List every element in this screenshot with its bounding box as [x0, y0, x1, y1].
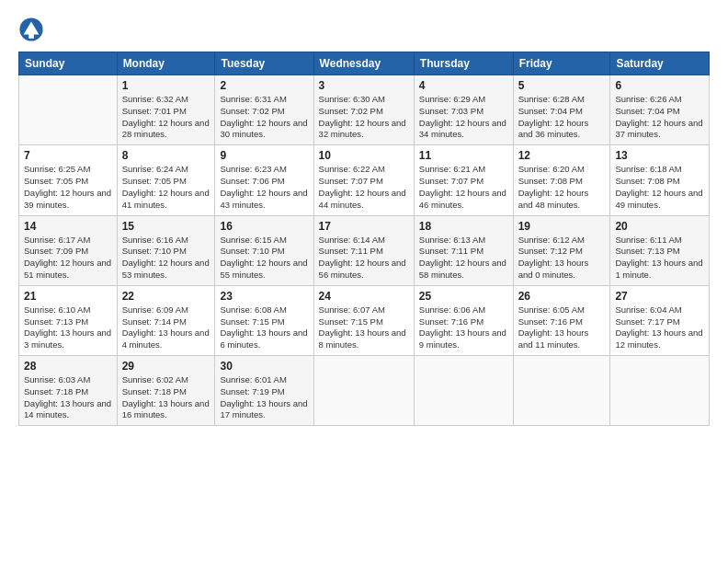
calendar-cell: 12Sunrise: 6:20 AM Sunset: 7:08 PM Dayli…	[513, 145, 610, 215]
day-info: Sunrise: 6:03 AM Sunset: 7:18 PM Dayligh…	[24, 374, 112, 421]
day-number: 20	[615, 220, 704, 233]
calendar-cell: 10Sunrise: 6:22 AM Sunset: 7:07 PM Dayli…	[313, 145, 414, 215]
day-number: 17	[319, 220, 409, 233]
svg-rect-2	[28, 32, 34, 39]
day-info: Sunrise: 6:05 AM Sunset: 7:16 PM Dayligh…	[518, 304, 606, 351]
calendar-cell	[610, 356, 710, 426]
day-number: 30	[220, 360, 308, 373]
day-number: 5	[518, 79, 606, 92]
col-sunday: Sunday	[19, 52, 118, 75]
col-wednesday: Wednesday	[313, 52, 414, 75]
day-info: Sunrise: 6:09 AM Sunset: 7:14 PM Dayligh…	[122, 304, 210, 351]
calendar-cell: 17Sunrise: 6:14 AM Sunset: 7:11 PM Dayli…	[313, 215, 414, 285]
day-number: 19	[518, 220, 606, 233]
calendar-cell: 19Sunrise: 6:12 AM Sunset: 7:12 PM Dayli…	[513, 215, 610, 285]
calendar-cell: 3Sunrise: 6:30 AM Sunset: 7:02 PM Daylig…	[313, 75, 414, 145]
calendar-header: Sunday Monday Tuesday Wednesday Thursday…	[19, 52, 710, 75]
day-info: Sunrise: 6:32 AM Sunset: 7:01 PM Dayligh…	[122, 94, 210, 141]
logo	[18, 17, 48, 42]
col-saturday: Saturday	[610, 52, 710, 75]
day-info: Sunrise: 6:14 AM Sunset: 7:11 PM Dayligh…	[319, 235, 409, 282]
header	[18, 17, 710, 42]
calendar-cell: 15Sunrise: 6:16 AM Sunset: 7:10 PM Dayli…	[117, 215, 215, 285]
calendar-cell: 1Sunrise: 6:32 AM Sunset: 7:01 PM Daylig…	[117, 75, 215, 145]
header-row: Sunday Monday Tuesday Wednesday Thursday…	[19, 52, 710, 75]
day-info: Sunrise: 6:02 AM Sunset: 7:18 PM Dayligh…	[122, 374, 210, 421]
col-tuesday: Tuesday	[215, 52, 313, 75]
day-number: 12	[518, 149, 606, 162]
col-thursday: Thursday	[414, 52, 513, 75]
day-info: Sunrise: 6:11 AM Sunset: 7:13 PM Dayligh…	[615, 235, 704, 282]
calendar-cell: 21Sunrise: 6:10 AM Sunset: 7:13 PM Dayli…	[19, 285, 118, 355]
calendar-cell: 7Sunrise: 6:25 AM Sunset: 7:05 PM Daylig…	[19, 145, 118, 215]
day-number: 29	[122, 360, 210, 373]
day-info: Sunrise: 6:28 AM Sunset: 7:04 PM Dayligh…	[518, 94, 606, 141]
day-number: 14	[24, 220, 112, 233]
day-number: 23	[220, 290, 308, 303]
calendar-cell: 5Sunrise: 6:28 AM Sunset: 7:04 PM Daylig…	[513, 75, 610, 145]
day-info: Sunrise: 6:22 AM Sunset: 7:07 PM Dayligh…	[319, 164, 409, 211]
calendar-body: 1Sunrise: 6:32 AM Sunset: 7:01 PM Daylig…	[19, 75, 710, 426]
calendar-cell: 4Sunrise: 6:29 AM Sunset: 7:03 PM Daylig…	[414, 75, 513, 145]
col-friday: Friday	[513, 52, 610, 75]
calendar-cell: 20Sunrise: 6:11 AM Sunset: 7:13 PM Dayli…	[610, 215, 710, 285]
calendar-cell: 8Sunrise: 6:24 AM Sunset: 7:05 PM Daylig…	[117, 145, 215, 215]
day-number: 9	[220, 149, 308, 162]
day-info: Sunrise: 6:07 AM Sunset: 7:15 PM Dayligh…	[319, 304, 409, 351]
page: Sunday Monday Tuesday Wednesday Thursday…	[0, 0, 728, 435]
day-info: Sunrise: 6:18 AM Sunset: 7:08 PM Dayligh…	[615, 164, 704, 211]
calendar-cell: 11Sunrise: 6:21 AM Sunset: 7:07 PM Dayli…	[414, 145, 513, 215]
day-info: Sunrise: 6:20 AM Sunset: 7:08 PM Dayligh…	[518, 164, 606, 211]
day-number: 21	[24, 290, 112, 303]
day-info: Sunrise: 6:04 AM Sunset: 7:17 PM Dayligh…	[615, 304, 704, 351]
day-info: Sunrise: 6:12 AM Sunset: 7:12 PM Dayligh…	[518, 235, 606, 282]
calendar-cell: 6Sunrise: 6:26 AM Sunset: 7:04 PM Daylig…	[610, 75, 710, 145]
day-number: 10	[319, 149, 409, 162]
day-info: Sunrise: 6:01 AM Sunset: 7:19 PM Dayligh…	[220, 374, 308, 421]
calendar-cell: 23Sunrise: 6:08 AM Sunset: 7:15 PM Dayli…	[215, 285, 313, 355]
calendar-cell: 27Sunrise: 6:04 AM Sunset: 7:17 PM Dayli…	[610, 285, 710, 355]
day-info: Sunrise: 6:23 AM Sunset: 7:06 PM Dayligh…	[220, 164, 308, 211]
logo-icon	[18, 17, 44, 42]
calendar-cell: 28Sunrise: 6:03 AM Sunset: 7:18 PM Dayli…	[19, 356, 118, 426]
day-info: Sunrise: 6:31 AM Sunset: 7:02 PM Dayligh…	[220, 94, 308, 141]
day-info: Sunrise: 6:06 AM Sunset: 7:16 PM Dayligh…	[419, 304, 508, 351]
day-info: Sunrise: 6:24 AM Sunset: 7:05 PM Dayligh…	[122, 164, 210, 211]
day-info: Sunrise: 6:13 AM Sunset: 7:11 PM Dayligh…	[419, 235, 508, 282]
calendar-week-0: 1Sunrise: 6:32 AM Sunset: 7:01 PM Daylig…	[19, 75, 710, 145]
day-info: Sunrise: 6:15 AM Sunset: 7:10 PM Dayligh…	[220, 235, 308, 282]
calendar-cell: 25Sunrise: 6:06 AM Sunset: 7:16 PM Dayli…	[414, 285, 513, 355]
day-number: 8	[122, 149, 210, 162]
calendar-cell	[19, 75, 118, 145]
calendar-cell	[513, 356, 610, 426]
day-number: 25	[419, 290, 508, 303]
day-number: 27	[615, 290, 704, 303]
calendar-cell: 22Sunrise: 6:09 AM Sunset: 7:14 PM Dayli…	[117, 285, 215, 355]
day-info: Sunrise: 6:08 AM Sunset: 7:15 PM Dayligh…	[220, 304, 308, 351]
day-info: Sunrise: 6:29 AM Sunset: 7:03 PM Dayligh…	[419, 94, 508, 141]
calendar-week-1: 7Sunrise: 6:25 AM Sunset: 7:05 PM Daylig…	[19, 145, 710, 215]
day-number: 18	[419, 220, 508, 233]
day-number: 7	[24, 149, 112, 162]
day-info: Sunrise: 6:21 AM Sunset: 7:07 PM Dayligh…	[419, 164, 508, 211]
day-info: Sunrise: 6:30 AM Sunset: 7:02 PM Dayligh…	[319, 94, 409, 141]
calendar-cell: 2Sunrise: 6:31 AM Sunset: 7:02 PM Daylig…	[215, 75, 313, 145]
calendar-cell: 14Sunrise: 6:17 AM Sunset: 7:09 PM Dayli…	[19, 215, 118, 285]
day-number: 22	[122, 290, 210, 303]
day-number: 16	[220, 220, 308, 233]
day-number: 4	[419, 79, 508, 92]
day-number: 15	[122, 220, 210, 233]
day-number: 3	[319, 79, 409, 92]
calendar-cell: 24Sunrise: 6:07 AM Sunset: 7:15 PM Dayli…	[313, 285, 414, 355]
calendar-cell: 18Sunrise: 6:13 AM Sunset: 7:11 PM Dayli…	[414, 215, 513, 285]
day-info: Sunrise: 6:25 AM Sunset: 7:05 PM Dayligh…	[24, 164, 112, 211]
day-number: 26	[518, 290, 606, 303]
day-info: Sunrise: 6:16 AM Sunset: 7:10 PM Dayligh…	[122, 235, 210, 282]
calendar-cell: 9Sunrise: 6:23 AM Sunset: 7:06 PM Daylig…	[215, 145, 313, 215]
day-number: 6	[615, 79, 704, 92]
calendar-week-4: 28Sunrise: 6:03 AM Sunset: 7:18 PM Dayli…	[19, 356, 710, 426]
calendar-cell	[313, 356, 414, 426]
day-number: 24	[319, 290, 409, 303]
day-number: 28	[24, 360, 112, 373]
day-number: 2	[220, 79, 308, 92]
